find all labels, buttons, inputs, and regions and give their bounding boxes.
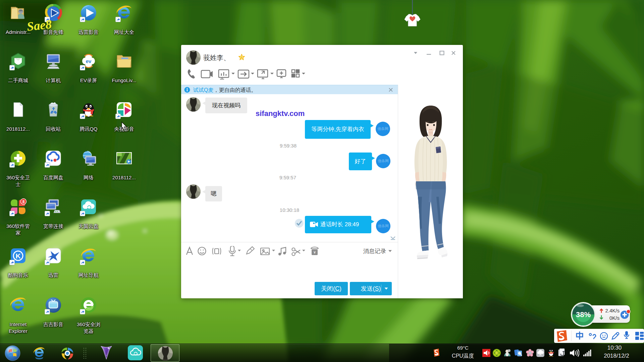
- svg-text:K: K: [15, 252, 20, 260]
- svg-text:ev: ev: [86, 58, 92, 64]
- svg-text:¥: ¥: [313, 250, 316, 254]
- svg-text:8: 8: [22, 199, 25, 204]
- svg-text:38%: 38%: [576, 310, 591, 319]
